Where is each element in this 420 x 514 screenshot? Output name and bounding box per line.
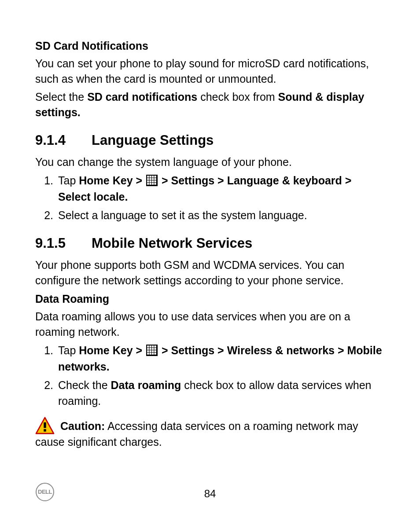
text-fragment: check box from <box>197 91 278 103</box>
svg-rect-5 <box>147 178 149 180</box>
sd-card-heading: SD Card Notifications <box>35 40 386 52</box>
svg-rect-7 <box>152 178 154 180</box>
svg-rect-10 <box>150 180 151 182</box>
data-roaming-heading: Data Roaming <box>35 293 386 305</box>
language-steps-list: Tap Home Key > > Settings > Language & k… <box>35 173 386 223</box>
text-fragment: Tap <box>58 344 79 356</box>
svg-rect-36 <box>44 430 46 432</box>
svg-rect-28 <box>152 350 154 352</box>
svg-rect-9 <box>147 180 149 182</box>
caution-block: Caution: Accessing data services on a ro… <box>35 417 386 450</box>
svg-rect-3 <box>152 176 154 177</box>
svg-rect-27 <box>150 350 151 352</box>
svg-rect-13 <box>147 183 149 185</box>
svg-rect-33 <box>154 353 156 355</box>
svg-rect-15 <box>152 183 154 185</box>
svg-rect-24 <box>152 348 154 350</box>
section-number: 9.1.4 <box>35 132 92 149</box>
svg-rect-6 <box>150 178 151 180</box>
svg-rect-20 <box>152 346 154 348</box>
svg-rect-22 <box>147 348 149 350</box>
apps-grid-icon <box>146 175 158 186</box>
svg-rect-21 <box>154 346 156 348</box>
data-roaming-steps-list: Tap Home Key > > Settings > Wireless & n… <box>35 342 386 409</box>
svg-rect-26 <box>147 350 149 352</box>
section-number: 9.1.5 <box>35 235 92 252</box>
apps-grid-icon <box>146 345 158 356</box>
caution-label: Caution: <box>60 420 105 432</box>
text-fragment: Select the <box>35 91 87 103</box>
section-9-1-5-heading: 9.1.5Mobile Network Services <box>35 235 386 252</box>
svg-rect-23 <box>150 348 151 350</box>
svg-rect-12 <box>154 180 156 182</box>
language-intro: You can change the system language of yo… <box>35 154 386 170</box>
svg-rect-8 <box>154 178 156 180</box>
svg-rect-29 <box>154 350 156 352</box>
sd-card-paragraph-2: Select the SD card notifications check b… <box>35 89 386 120</box>
svg-text:DELL: DELL <box>38 488 52 495</box>
bold-home-key: Home Key > <box>79 344 145 356</box>
svg-rect-2 <box>150 176 151 177</box>
svg-rect-4 <box>154 176 156 177</box>
text-fragment: Check the <box>58 379 111 391</box>
text-fragment: Tap <box>58 174 79 187</box>
caution-triangle-icon <box>35 417 55 434</box>
document-page: SD Card Notifications You can set your p… <box>0 0 420 514</box>
section-title: Language Settings <box>92 132 214 148</box>
svg-rect-31 <box>150 353 151 355</box>
sd-card-paragraph-1: You can set your phone to play sound for… <box>35 56 386 87</box>
svg-rect-35 <box>44 422 46 428</box>
svg-rect-11 <box>152 180 154 182</box>
section-title: Mobile Network Services <box>92 235 252 251</box>
svg-rect-25 <box>154 348 156 350</box>
svg-rect-32 <box>152 353 154 355</box>
data-roaming-intro: Data roaming allows you to use data serv… <box>35 309 386 340</box>
bold-home-key: Home Key > <box>79 174 145 187</box>
section-9-1-4-heading: 9.1.4Language Settings <box>35 132 386 149</box>
svg-rect-14 <box>150 183 151 185</box>
svg-rect-18 <box>147 346 149 348</box>
bold-sd-card-notifications: SD card notifications <box>87 91 197 103</box>
dell-logo-icon: DELL <box>35 482 55 502</box>
list-item: Check the Data roaming check box to allo… <box>56 377 386 409</box>
list-item: Tap Home Key > > Settings > Wireless & n… <box>56 342 386 374</box>
bold-data-roaming: Data roaming <box>111 379 181 391</box>
network-intro: Your phone supports both GSM and WCDMA s… <box>35 257 386 288</box>
svg-rect-19 <box>150 346 151 348</box>
list-item: Tap Home Key > > Settings > Language & k… <box>56 173 386 205</box>
svg-rect-16 <box>154 183 156 185</box>
svg-rect-30 <box>147 353 149 355</box>
page-number: 84 <box>0 488 420 500</box>
list-item: Select a language to set it as the syste… <box>56 207 386 223</box>
svg-rect-1 <box>147 176 149 177</box>
